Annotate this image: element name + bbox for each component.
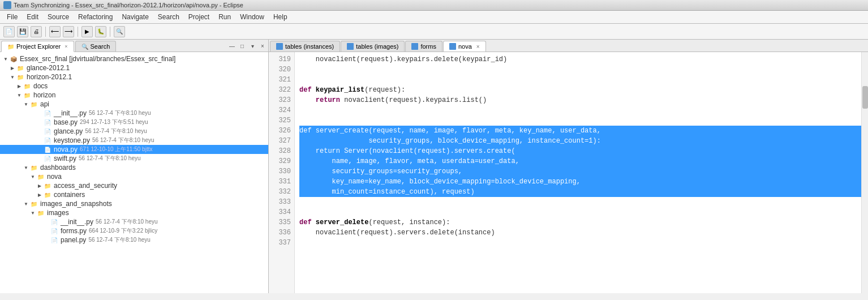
toolbar-btn-back[interactable]: ⟵	[49, 26, 61, 37]
tables-instances-file-icon	[276, 43, 283, 50]
docs-folder-icon: 📁	[23, 82, 32, 90]
code-line-330[interactable]: security_groups=security_groups,	[299, 166, 861, 177]
tree-nova-folder[interactable]: ▼ 📁 nova	[0, 172, 268, 181]
menu-navigate[interactable]: Navigate	[117, 12, 153, 22]
tab-project-explorer[interactable]: 📁 Project Explorer ×	[1, 41, 74, 52]
horizon-arrow[interactable]: ▼	[9, 74, 16, 80]
containers-arrow[interactable]: ▶	[36, 191, 43, 198]
dashboards-folder-icon: 📁	[29, 164, 38, 172]
tree-docs[interactable]: ▶ 📁 docs	[0, 82, 268, 91]
nova-file-icon	[449, 43, 456, 50]
docs-arrow[interactable]: ▶	[16, 83, 23, 89]
code-line-321[interactable]	[299, 75, 861, 85]
code-line-323[interactable]: return novaclient(request).keypairs.list…	[299, 95, 861, 105]
toolbar-sep-1	[45, 27, 46, 37]
root-arrow[interactable]: ▼	[2, 55, 9, 62]
menu-window[interactable]: Window	[235, 12, 269, 22]
tree-images[interactable]: ▼ 📁 images	[0, 208, 268, 217]
tree-glance-py[interactable]: ▶ 📄 glance.py 56 12-7-4 下午8:10 heyu	[0, 127, 268, 136]
tree-horizon[interactable]: ▼ 📁 horizon-2012.1	[0, 72, 268, 82]
toolbar-btn-new[interactable]: 📄	[3, 26, 15, 37]
api-folder-icon: 📁	[29, 100, 38, 108]
minimize-left-btn[interactable]: —	[227, 42, 237, 51]
tree-api[interactable]: ▼ 📁 api	[0, 100, 268, 109]
tree-root[interactable]: ▼ 📦 Essex_src_final [jdvirtual/branches/…	[0, 54, 268, 63]
code-content[interactable]: novaclient(request).keypairs.delete(keyp…	[295, 52, 861, 293]
tree-swift-py[interactable]: ▶ 📄 swift.py 56 12-7-4 下午8:10 heyu	[0, 154, 268, 163]
scrollbar-thumb[interactable]	[862, 86, 868, 109]
code-line-335[interactable]: def server_delete(request, instance):	[299, 217, 861, 228]
close-left-btn[interactable]: ×	[258, 42, 267, 51]
line-number-323: 323	[273, 95, 291, 105]
vertical-scrollbar[interactable]	[861, 52, 868, 293]
tree-nova-py[interactable]: ▶ 📄 nova.py 671 12-10-10 上午11:50 bjttx	[0, 145, 268, 154]
tree-containers[interactable]: ▶ 📁 containers	[0, 190, 268, 199]
horizon-dir-arrow[interactable]: ▼	[16, 92, 23, 98]
toolbar: 📄 💾 🖨 ⟵ ⟶ ▶ 🐛 🔍	[0, 24, 868, 40]
menu-help[interactable]: Help	[269, 12, 292, 22]
tab-search[interactable]: 🔍 Search	[75, 41, 117, 52]
toolbar-btn-forward[interactable]: ⟶	[63, 26, 74, 37]
toolbar-btn-debug[interactable]: 🐛	[95, 26, 106, 37]
menu-search[interactable]: Search	[153, 12, 184, 22]
code-line-337[interactable]	[299, 238, 861, 248]
code-line-327[interactable]: security_groups, block_device_mapping, i…	[299, 136, 861, 146]
code-line-322[interactable]: def keypair_list(request):	[299, 85, 861, 95]
toolbar-btn-search[interactable]: 🔍	[114, 26, 125, 37]
code-line-333[interactable]	[299, 197, 861, 207]
tree-images-snapshots[interactable]: ▼ 📁 images_and_snapshots	[0, 199, 268, 208]
tab-nova[interactable]: nova ×	[443, 41, 486, 52]
tab-forms[interactable]: forms	[405, 41, 442, 52]
line-numbers: 3193203213223233243253263273283293303313…	[269, 52, 295, 293]
tree-images-forms-py[interactable]: ▶ 📄 forms.py 664 12-10-9 下午3:22 bjlicy	[0, 226, 268, 235]
dashboards-arrow[interactable]: ▼	[23, 164, 29, 171]
tree-init-py[interactable]: ▶ 📄 __init__.py 56 12-7-4 下午8:10 heyu	[0, 109, 268, 118]
code-line-331[interactable]: key_name=key_name, block_device_mapping=…	[299, 177, 861, 187]
tree-base-py[interactable]: ▶ 📄 base.py 294 12-7-13 下午5:51 heyu	[0, 118, 268, 127]
menu-edit[interactable]: Edit	[22, 12, 43, 22]
menu-refactoring[interactable]: Refactoring	[74, 12, 117, 22]
tree-glance[interactable]: ▶ 📁 glance-2012.1	[0, 63, 268, 72]
code-line-334[interactable]	[299, 207, 861, 217]
root-folder-icon: 📦	[9, 55, 18, 63]
tree-images-panel-py[interactable]: ▶ 📄 panel.py 56 12-7-4 下午8:10 heyu	[0, 235, 268, 245]
nova-tab-close[interactable]: ×	[476, 44, 480, 50]
toolbar-btn-print[interactable]: 🖨	[31, 26, 42, 37]
toolbar-btn-run[interactable]: ▶	[81, 26, 93, 37]
tree-horizon-dir[interactable]: ▼ 📁 horizon	[0, 91, 268, 100]
menu-file[interactable]: File	[2, 12, 22, 22]
code-line-336[interactable]: novaclient(request).servers.delete(insta…	[299, 228, 861, 238]
project-tree[interactable]: ▼ 📦 Essex_src_final [jdvirtual/branches/…	[0, 52, 268, 293]
tree-images-init-py[interactable]: ▶ 📄 __init__.py 56 12-7-4 下午8:10 heyu	[0, 217, 268, 226]
api-arrow[interactable]: ▼	[23, 101, 29, 108]
images-snapshots-arrow[interactable]: ▼	[23, 200, 29, 207]
tab-tables-images[interactable]: tables (images)	[341, 41, 405, 52]
code-line-332[interactable]: min_count=instance_count), request)	[299, 187, 861, 197]
maximize-left-btn[interactable]: □	[238, 42, 247, 51]
images-arrow[interactable]: ▼	[29, 209, 36, 216]
project-explorer-label: Project Explorer	[16, 43, 61, 50]
code-line-328[interactable]: return Server(novaclient(request).server…	[299, 146, 861, 156]
tree-dashboards[interactable]: ▼ 📁 dashboards	[0, 163, 268, 172]
code-line-319[interactable]: novaclient(request).keypairs.delete(keyp…	[299, 54, 861, 65]
menu-run[interactable]: Run	[214, 12, 235, 22]
menu-project[interactable]: Project	[184, 12, 214, 22]
tab-tables-instances[interactable]: tables (instances)	[270, 41, 340, 52]
tree-keystone-py[interactable]: ▶ 📄 keystone.py 56 12-7-4 下午8:10 heyu	[0, 136, 268, 145]
view-menu-btn[interactable]: ▾	[248, 42, 257, 51]
code-line-320[interactable]	[299, 65, 861, 75]
menu-source[interactable]: Source	[43, 12, 74, 22]
tree-access-security[interactable]: ▶ 📁 access_and_security	[0, 181, 268, 190]
code-line-326[interactable]: def server_create(request, name, image, …	[299, 126, 861, 136]
access-arrow[interactable]: ▶	[36, 182, 43, 189]
line-number-328: 328	[273, 146, 291, 156]
project-explorer-close[interactable]: ×	[65, 44, 67, 49]
code-editor[interactable]: 3193203213223233243253263273283293303313…	[269, 52, 868, 293]
code-line-329[interactable]: name, image, flavor, meta, userdata=user…	[299, 156, 861, 166]
nova-folder-arrow[interactable]: ▼	[29, 173, 36, 180]
code-line-324[interactable]	[299, 105, 861, 115]
line-number-324: 324	[273, 105, 291, 115]
code-line-325[interactable]	[299, 115, 861, 126]
glance-arrow[interactable]: ▶	[9, 65, 16, 71]
toolbar-btn-save[interactable]: 💾	[17, 26, 28, 37]
